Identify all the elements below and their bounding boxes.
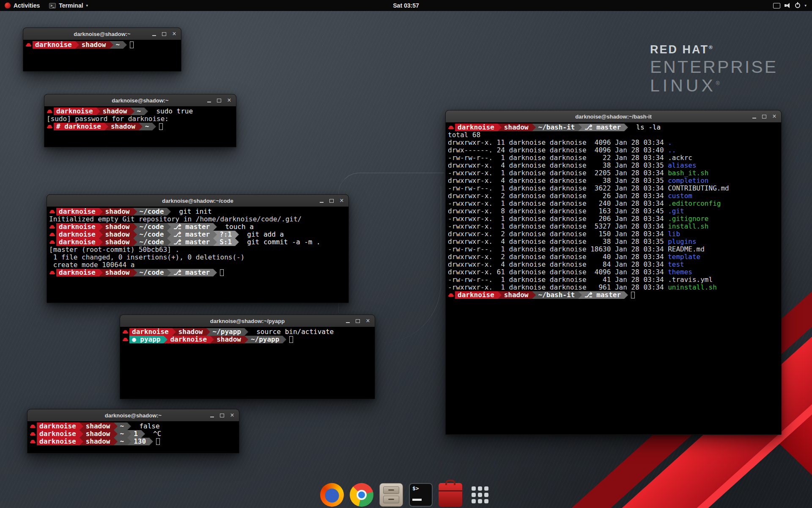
chrome-icon[interactable]: [350, 483, 373, 507]
close-button[interactable]: ×: [228, 411, 236, 420]
close-button[interactable]: ×: [225, 96, 233, 105]
icon-part: [99, 231, 103, 238]
icon-part: [472, 499, 476, 503]
close-button[interactable]: ×: [337, 196, 346, 205]
terminal-window[interactable]: darknoise@shadow:~×darknoiseshadow~ sudo…: [44, 94, 236, 147]
clock[interactable]: Sat 03:57: [393, 0, 419, 11]
minimize-button[interactable]: [150, 30, 158, 38]
maximize-button[interactable]: [160, 30, 168, 38]
files-icon[interactable]: [379, 483, 403, 507]
terminal-icon[interactable]: $>: [409, 483, 433, 507]
terminal-window[interactable]: darknoise@shadow:~×darknoiseshadow~ fals…: [27, 409, 239, 453]
fedora-icon: [30, 430, 37, 438]
prompt-segment: darknoise: [129, 328, 172, 336]
output-text: -rwxrwxr-x. 1 darknoise darknoise 961 Ja…: [448, 284, 668, 291]
maximize-button[interactable]: [327, 196, 336, 205]
minimize-button[interactable]: [208, 411, 216, 420]
minimize-button[interactable]: [343, 317, 352, 325]
terminal-content[interactable]: darknoiseshadow~/code git initInitialize…: [47, 207, 348, 303]
terminal-line: -rw-rw-r--. 1 darknoise darknoise 22 Jan…: [448, 154, 779, 162]
icon-part: [207, 102, 211, 102]
powerline-separator-icon: [532, 291, 536, 299]
maximize-button[interactable]: [218, 411, 226, 420]
output-text: drwxrwxr-x. 4 darknoise darknoise 84 Jan…: [448, 261, 668, 268]
icon-part: [133, 231, 137, 238]
maximize-button[interactable]: [215, 96, 223, 105]
terminal-line: -rwxrwxr-x. 1 darknoise darknoise 240 Ja…: [448, 200, 779, 207]
powerline-separator-icon: [283, 336, 286, 343]
window-titlebar[interactable]: darknoise@shadow:~×: [23, 28, 181, 40]
chevron-down-icon: ▾: [86, 3, 88, 8]
activities-button[interactable]: Activities: [0, 0, 44, 11]
prompt-segment: ⎇ master: [582, 291, 624, 299]
output-text: -rwxrwxr-x. 1 darknoise darknoise 240 Ja…: [448, 200, 668, 207]
icon-part: [498, 124, 502, 131]
prompt-segment: 1: [131, 430, 141, 438]
powerline-separator-icon: [127, 438, 131, 445]
prompt-segment: shadow: [103, 238, 133, 246]
minimize-button[interactable]: [750, 112, 758, 121]
powerline-separator-icon: [96, 108, 100, 115]
window-controls: ×: [148, 28, 178, 40]
minimize-button[interactable]: [317, 196, 326, 205]
fedora-icon: [49, 223, 56, 231]
prompt-segment: ~: [113, 41, 123, 49]
fedora-icon: [122, 336, 129, 343]
terminal-cursor: [159, 123, 163, 130]
prompt-segment: darknoise: [56, 231, 99, 238]
file-name: themes: [668, 268, 692, 276]
window-titlebar[interactable]: darknoise@shadow:~×: [27, 409, 239, 422]
terminal-line: -rw-rw-r--. 1 darknoise darknoise 41 Jan…: [448, 276, 779, 284]
close-button[interactable]: ×: [170, 30, 178, 38]
window-titlebar[interactable]: darknoise@shadow:~/pyapp×: [120, 315, 375, 327]
chevron-down-icon: ▾: [804, 3, 807, 8]
toolbox-icon[interactable]: [439, 483, 462, 507]
maximize-button[interactable]: [354, 317, 362, 325]
icon-part: [213, 269, 217, 276]
output-text: [sudo] password for darknoise:: [47, 115, 169, 123]
maximize-button[interactable]: [760, 112, 768, 121]
terminal-line: # darknoiseshadow~: [47, 123, 234, 130]
icon-part: [114, 438, 118, 445]
window-titlebar[interactable]: darknoise@shadow:~×: [44, 94, 236, 107]
terminal-content[interactable]: darknoiseshadow~ falsedarknoiseshadow~1 …: [27, 421, 239, 453]
terminal-window[interactable]: darknoise@shadow:~/bash-it×darknoiseshad…: [445, 110, 782, 435]
close-button[interactable]: ×: [770, 112, 779, 121]
terminal-window[interactable]: darknoise@shadow:~×darknoiseshadow~: [23, 28, 181, 72]
window-controls: ×: [206, 409, 236, 421]
app-grid-icon[interactable]: [468, 483, 492, 507]
firefox-icon[interactable]: [320, 483, 344, 507]
icon-part: [498, 291, 502, 299]
terminal-window[interactable]: darknoise@shadow:~/pyapp×darknoiseshadow…: [120, 315, 375, 399]
icon-part: [532, 291, 536, 299]
terminal-content[interactable]: darknoiseshadow~ sudo true[sudo] passwor…: [44, 106, 236, 147]
terminal-line: ● pyappdarknoiseshadow~/pyapp: [122, 336, 373, 343]
dock: $>: [320, 483, 492, 507]
window-titlebar[interactable]: darknoise@shadow:~/bash-it×: [446, 110, 781, 123]
prompt-segment: darknoise: [56, 208, 99, 215]
output-text: drwxrwxr-x. 4 darknoise darknoise 38 Jan…: [448, 162, 668, 169]
prompt-segment: ?:1: [217, 231, 235, 238]
icon-part: [472, 486, 476, 491]
system-status-menu[interactable]: ▾: [768, 0, 812, 11]
icon-part: [149, 438, 153, 445]
prompt-segment: 130: [131, 438, 149, 445]
window-titlebar[interactable]: darknoise@shadow:~/code×: [47, 195, 348, 207]
icon-part: [99, 223, 103, 231]
app-menu-terminal[interactable]: Terminal ▾: [44, 0, 93, 11]
terminal-content[interactable]: darknoiseshadow~: [23, 40, 181, 71]
file-name: .editorconfig: [668, 200, 721, 207]
minimize-button[interactable]: [205, 96, 213, 105]
terminal-line: drwxrwxr-x. 11 darknoise darknoise 4096 …: [448, 139, 779, 146]
icon-part: [244, 328, 248, 336]
powerline-separator-icon: [498, 124, 502, 131]
terminal-line: -rw-rw-r--. 1 darknoise darknoise 18630 …: [448, 246, 779, 253]
close-button[interactable]: ×: [364, 317, 372, 325]
powerline-separator-icon: [99, 208, 103, 215]
powerline-separator-icon: [213, 238, 217, 246]
icon-part: [167, 208, 171, 215]
terminal-content[interactable]: darknoiseshadow~/bash-it⎇ master ls -lat…: [446, 122, 781, 434]
terminal-window[interactable]: darknoise@shadow:~/code×darknoiseshadow~…: [47, 194, 349, 303]
terminal-content[interactable]: darknoiseshadow~/pyapp source bin/activa…: [120, 327, 375, 399]
prompt-segment: shadow: [176, 328, 206, 336]
